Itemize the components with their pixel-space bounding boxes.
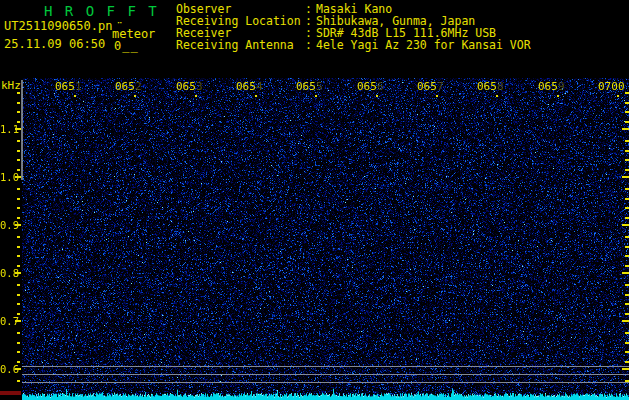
counter-text: 0__ <box>114 40 139 52</box>
y-minor-tick-right <box>625 159 629 161</box>
spectrogram-canvas <box>22 78 629 400</box>
y-minor-tick-left <box>17 198 20 200</box>
y-minor-tick-right <box>625 380 629 382</box>
x-tick-label-lastdigit: 1 <box>75 80 82 93</box>
y-minor-tick-left <box>17 332 20 334</box>
y-minor-tick-left <box>17 265 20 267</box>
y-minor-tick-right <box>625 207 629 209</box>
x-tick-label-lastdigit: 4 <box>256 80 263 93</box>
y-minor-tick-right <box>625 236 629 238</box>
x-tick-mark <box>255 95 257 97</box>
y-minor-tick-right <box>625 361 629 363</box>
y-major-tick-right <box>622 176 629 178</box>
y-major-tick-right <box>622 128 629 130</box>
y-minor-tick-left <box>17 159 20 161</box>
y-minor-tick-right <box>625 188 629 190</box>
x-tick-mark <box>496 95 498 97</box>
y-minor-tick-right <box>625 246 629 248</box>
y-minor-tick-right <box>625 92 629 94</box>
x-tick-mark <box>376 95 378 97</box>
x-tick-label-lastdigit: 2 <box>135 80 142 93</box>
y-major-tick-left <box>15 224 21 226</box>
x-tick-label: 0651 <box>55 81 82 92</box>
y-minor-tick-right <box>625 140 629 142</box>
y-minor-tick-left <box>17 284 20 286</box>
x-tick-label-main: 065 <box>176 80 196 93</box>
y-minor-tick-left <box>17 217 20 219</box>
x-tick-mark <box>557 95 559 97</box>
y-axis-unit-label: kHz <box>1 80 21 91</box>
x-tick-mark <box>74 95 76 97</box>
x-tick-label-main: 065 <box>417 80 437 93</box>
start-marker-line <box>21 80 23 180</box>
x-tick-label: 0659 <box>538 81 565 92</box>
y-major-tick-left <box>15 320 21 322</box>
y-minor-tick-left <box>17 303 20 305</box>
x-tick-label-main: 065 <box>538 80 558 93</box>
y-minor-tick-left <box>17 246 20 248</box>
y-minor-tick-right <box>625 255 629 257</box>
y-minor-tick-left <box>17 351 20 353</box>
y-minor-tick-left <box>17 92 20 94</box>
station-field-row: Receiving Antenna:4ele Yagi Az 230 for K… <box>176 40 629 52</box>
capture-filename: UT2511090650.pn <box>4 20 112 32</box>
reference-line-1 <box>22 366 629 367</box>
station-field-colon: : <box>305 40 312 52</box>
capture-datetime: 25.11.09 06:50 <box>4 38 105 50</box>
y-major-tick-left <box>15 272 21 274</box>
reference-line-2 <box>22 374 629 375</box>
x-tick-mark <box>617 95 619 97</box>
x-tick-mark <box>315 95 317 97</box>
y-minor-tick-right <box>625 265 629 267</box>
reference-line-3 <box>22 382 629 383</box>
x-tick-mark <box>436 95 438 97</box>
y-minor-tick-left <box>17 313 20 315</box>
y-minor-tick-right <box>625 342 629 344</box>
y-minor-tick-left <box>17 150 20 152</box>
x-tick-label: 0700 <box>598 81 625 92</box>
y-minor-tick-left <box>17 255 20 257</box>
y-minor-tick-left <box>17 380 20 382</box>
x-tick-label: 0654 <box>236 81 263 92</box>
y-minor-tick-right <box>625 102 629 104</box>
y-major-tick-left <box>15 176 21 178</box>
y-minor-tick-right <box>625 150 629 152</box>
x-tick-label-lastdigit: 0 <box>618 80 625 93</box>
x-tick-label-main: 065 <box>477 80 497 93</box>
y-minor-tick-left <box>17 188 20 190</box>
x-tick-label-lastdigit: 9 <box>558 80 565 93</box>
y-minor-tick-right <box>625 217 629 219</box>
x-tick-label-main: 065 <box>357 80 377 93</box>
x-tick-label: 0656 <box>357 81 384 92</box>
x-tick-label-lastdigit: 6 <box>377 80 384 93</box>
y-major-tick-right <box>622 320 629 322</box>
y-minor-tick-right <box>625 303 629 305</box>
station-info: Observer:Masaki KanoReceiving Location:S… <box>176 4 629 52</box>
y-minor-tick-left <box>17 236 20 238</box>
y-major-tick-left <box>15 128 21 130</box>
x-tick-label: 0657 <box>417 81 444 92</box>
x-tick-label: 0658 <box>477 81 504 92</box>
x-tick-label: 0653 <box>176 81 203 92</box>
y-minor-tick-left <box>17 111 20 113</box>
y-major-tick-right <box>622 224 629 226</box>
y-minor-tick-left <box>17 121 20 123</box>
x-tick-label-main: 070 <box>598 80 618 93</box>
y-minor-tick-right <box>625 169 629 171</box>
x-tick-label-main: 065 <box>55 80 75 93</box>
x-tick-mark <box>195 95 197 97</box>
y-minor-tick-right <box>625 313 629 315</box>
station-field-value: 4ele Yagi Az 230 for Kansai VOR <box>316 40 531 52</box>
y-minor-tick-right <box>625 111 629 113</box>
y-minor-tick-right <box>625 121 629 123</box>
x-tick-label: 0652 <box>115 81 142 92</box>
station-field-label: Receiving Antenna <box>176 40 294 52</box>
x-tick-mark <box>134 95 136 97</box>
y-minor-tick-left <box>17 102 20 104</box>
y-major-tick-right <box>622 368 629 370</box>
y-minor-tick-right <box>625 284 629 286</box>
y-minor-tick-right <box>625 351 629 353</box>
y-minor-tick-left <box>17 361 20 363</box>
y-minor-tick-left <box>17 140 20 142</box>
x-tick-label-lastdigit: 7 <box>437 80 444 93</box>
